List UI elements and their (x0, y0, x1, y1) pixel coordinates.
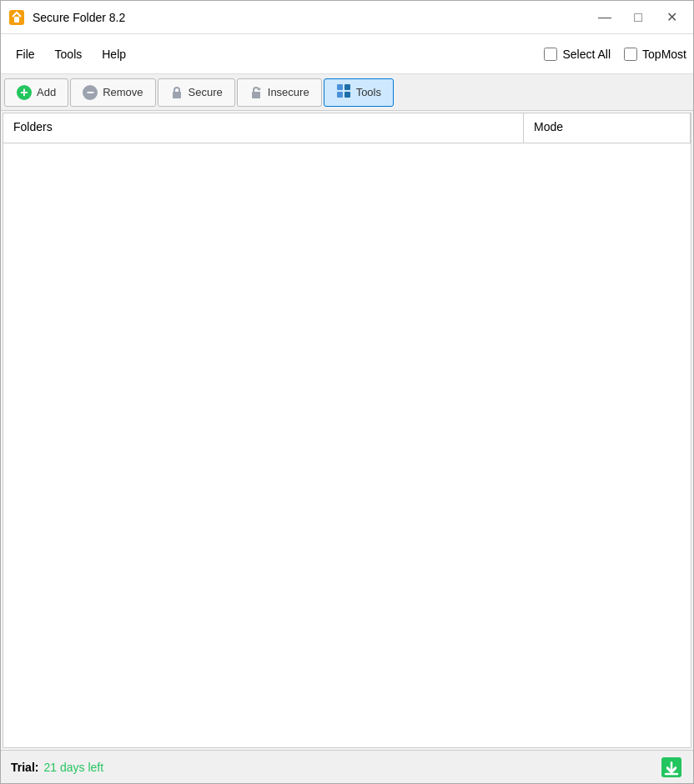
minimize-button[interactable]: — (590, 6, 620, 29)
insecure-label: Insecure (268, 86, 309, 98)
menu-items: File Tools Help (8, 44, 134, 64)
select-all-label: Select All (562, 48, 611, 61)
insecure-lock-icon (249, 86, 263, 99)
trial-days: 21 days left (43, 761, 103, 774)
svg-rect-3 (252, 92, 260, 98)
table-body (3, 143, 691, 747)
table-header: Folders Mode (3, 113, 691, 143)
secure-label: Secure (189, 86, 223, 98)
secure-button[interactable]: Secure (158, 78, 235, 107)
menu-right: Select All TopMost (544, 48, 686, 61)
menu-file[interactable]: File (8, 44, 43, 64)
secure-lock-icon (170, 86, 184, 99)
content-area: Folders Mode (3, 113, 691, 748)
window-title: Secure Folder 8.2 (33, 11, 125, 24)
main-window: Secure Folder 8.2 — □ ✕ File Tools Help … (0, 0, 694, 784)
top-most-checkbox[interactable] (624, 48, 637, 61)
menu-tools[interactable]: Tools (47, 44, 91, 64)
col-mode-header: Mode (524, 113, 691, 143)
select-all-checkbox-label[interactable]: Select All (544, 48, 611, 61)
toolbar: + Add − Remove Secure Insecure (1, 74, 693, 111)
title-bar-left: Secure Folder 8.2 (8, 8, 125, 27)
title-bar-controls: — □ ✕ (590, 6, 686, 29)
add-label: Add (37, 86, 56, 98)
status-bar: Trial: 21 days left (1, 750, 693, 783)
svg-rect-2 (173, 92, 181, 98)
select-all-checkbox[interactable] (544, 48, 557, 61)
svg-rect-8 (344, 92, 350, 98)
download-button[interactable] (660, 756, 683, 779)
svg-rect-7 (337, 92, 343, 98)
trial-label: Trial: (11, 761, 38, 774)
remove-label: Remove (103, 86, 143, 98)
tools-button[interactable]: Tools (324, 78, 394, 107)
remove-button[interactable]: − Remove (70, 78, 155, 107)
add-icon: + (17, 85, 32, 100)
top-most-label: TopMost (642, 48, 686, 61)
title-bar: Secure Folder 8.2 — □ ✕ (1, 1, 693, 34)
insecure-button[interactable]: Insecure (237, 78, 322, 107)
svg-rect-6 (344, 84, 350, 90)
col-folders-header: Folders (3, 113, 524, 143)
app-icon (8, 8, 26, 27)
trial-text: Trial: 21 days left (11, 761, 103, 774)
close-button[interactable]: ✕ (656, 6, 686, 29)
remove-icon: − (83, 85, 98, 100)
menu-help[interactable]: Help (93, 44, 134, 64)
svg-rect-1 (14, 17, 19, 23)
tools-icon (336, 83, 351, 101)
top-most-checkbox-label[interactable]: TopMost (624, 48, 686, 61)
tools-label: Tools (356, 86, 381, 98)
svg-line-4 (259, 88, 260, 90)
svg-rect-5 (337, 84, 343, 90)
add-button[interactable]: + Add (4, 78, 68, 107)
menu-bar: File Tools Help Select All TopMost (1, 34, 693, 74)
maximize-button[interactable]: □ (623, 6, 653, 29)
